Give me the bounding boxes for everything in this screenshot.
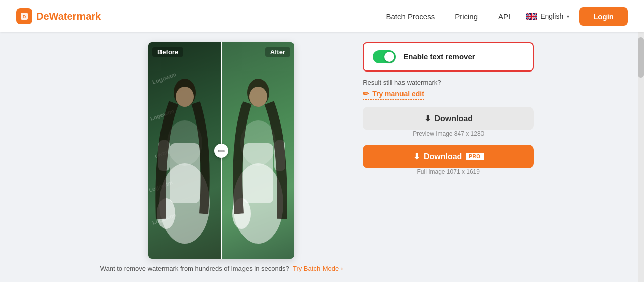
girl-before-svg: [148, 42, 221, 259]
handle-arrows-icon: ⟺: [217, 148, 225, 154]
compare-handle[interactable]: ⟺: [214, 144, 228, 158]
try-batch-mode-link[interactable]: Try Batch Mode ›: [293, 265, 343, 272]
download-free-button[interactable]: ⬇ Download: [363, 107, 534, 130]
scrollbar[interactable]: [638, 32, 644, 282]
main-content: Logowtm Logowtm owtm Logowtm Logowtm: [0, 32, 644, 282]
svg-point-5: [176, 87, 194, 107]
right-panel: Enable text remover Result still has wat…: [343, 42, 544, 175]
svg-point-12: [249, 87, 267, 107]
before-label: Before: [152, 47, 183, 57]
pro-badge: PRO: [466, 153, 484, 160]
download-pro-icon: ⬇: [413, 152, 420, 161]
download-free-section: ⬇ Download Preview Image 847 x 1280: [363, 107, 534, 137]
before-panel: Logowtm Logowtm owtm Logowtm Logowtm: [148, 42, 221, 259]
main-nav: Batch Process Pricing API: [386, 12, 510, 21]
logo-text: DeWatermark: [36, 11, 101, 22]
nav-pricing[interactable]: Pricing: [455, 12, 478, 21]
nav-batch-process[interactable]: Batch Process: [386, 12, 435, 21]
image-section: Logowtm Logowtm owtm Logowtm Logowtm: [100, 42, 343, 272]
manual-edit-link[interactable]: ✏ Try manual edit: [363, 89, 424, 100]
text-remover-box[interactable]: Enable text remover: [363, 42, 534, 72]
after-label: After: [265, 47, 290, 57]
text-remover-label: Enable text remover: [403, 52, 475, 62]
chevron-down-icon: ▾: [567, 14, 569, 19]
manual-edit-section: Result still has watermark? ✏ Try manual…: [363, 79, 534, 100]
download-pro-label: Download: [424, 152, 462, 161]
svg-text:D: D: [23, 14, 26, 19]
svg-rect-7: [170, 143, 200, 203]
girl-after-svg: [221, 42, 294, 259]
still-has-watermark-text: Result still has watermark?: [363, 79, 534, 86]
download-free-label: Download: [435, 114, 473, 123]
full-size-text: Full Image 1071 x 1619: [363, 168, 534, 175]
scrollbar-thumb[interactable]: [638, 37, 644, 78]
uk-flag-icon: [526, 13, 537, 20]
batch-mode-prompt: Want to remove watermark from hundreds o…: [100, 265, 343, 272]
site-header: D DeWatermark Batch Process Pricing API …: [0, 0, 644, 32]
language-selector[interactable]: English ▾: [526, 12, 569, 20]
download-icon: ⬇: [424, 114, 431, 123]
language-label: English: [540, 12, 564, 20]
preview-size-text: Preview Image 847 x 1280: [363, 130, 534, 137]
svg-rect-14: [243, 143, 273, 203]
after-panel: After: [221, 42, 294, 259]
logo-icon[interactable]: D: [16, 8, 32, 24]
logo-area: D DeWatermark: [16, 8, 386, 24]
download-pro-button[interactable]: ⬇ Download PRO: [363, 145, 534, 168]
nav-api[interactable]: API: [498, 12, 510, 21]
login-button[interactable]: Login: [579, 7, 628, 26]
download-pro-section: ⬇ Download PRO Full Image 1071 x 1619: [363, 145, 534, 175]
edit-icon: ✏: [363, 89, 369, 98]
text-remover-toggle[interactable]: [373, 50, 396, 63]
manual-edit-link-text: Try manual edit: [372, 90, 424, 98]
image-compare-container[interactable]: Logowtm Logowtm owtm Logowtm Logowtm: [148, 42, 294, 259]
